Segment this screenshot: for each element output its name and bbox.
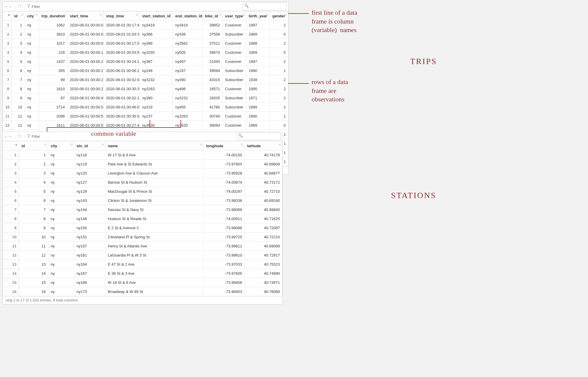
cell-stop-time: 2020-06-01 00:35:53 [103, 112, 140, 121]
cell-city: ny [48, 287, 74, 296]
cell-start-time: 2020-06-01 00:00:25 [67, 75, 103, 84]
col-id[interactable]: id◇ [12, 11, 25, 21]
cell-city: ny [48, 187, 74, 196]
cell-id: 5 [19, 187, 48, 196]
cell-longitude: -73.99810 [203, 251, 245, 260]
cell-id: 9 [19, 223, 48, 232]
popout-icon[interactable]: ❐ [18, 134, 21, 139]
cell-longitude: -74.00911 [203, 214, 245, 223]
cell-birth-year: 1990 [246, 112, 270, 121]
col-bike-id[interactable]: bike_id◇ [202, 11, 222, 21]
cell-name: E 47 St & 2 Ave [105, 260, 203, 269]
table-row[interactable]: 1212nyny161LaGuardia Pl & W 3 St-73.9981… [3, 251, 283, 260]
col-stn-id[interactable]: stn_id◇ [74, 141, 105, 150]
table-row[interactable]: 1111nyny157Henry St & Atlantic Ave-73.99… [3, 242, 283, 251]
col-name[interactable]: name◇ [105, 141, 203, 150]
cell-city: ny [48, 242, 74, 251]
table-row[interactable]: 33nyny120Lexington Ave & Classon Ave-73.… [3, 169, 283, 178]
cell-user-type: Subscriber [223, 66, 246, 75]
search-input[interactable] [237, 133, 281, 140]
table-row[interactable]: 11nyny116W 17 St & 8 Ave-74.0015040.7417… [3, 150, 283, 160]
cell-start-station-id: ny3263 [140, 84, 173, 93]
cell-city: ny [48, 169, 74, 178]
table-row[interactable]: 66nyny143Clinton St & Joralemon St-73.99… [3, 196, 283, 205]
table-row[interactable]: 77nyny144Nassau St & Navy St-73.9806940.… [3, 205, 283, 214]
cell-latitude: 40.75323 [245, 260, 283, 269]
cell-longitude: -73.98086 [203, 223, 245, 232]
cell-city: ny [25, 57, 39, 66]
search-input[interactable] [243, 3, 287, 10]
col-city[interactable]: city◇ [25, 11, 39, 21]
cell-stop-time: 2020-06-01 01:03:33 [103, 30, 140, 39]
cell-start-time: 2020-06-01 00:00:03 [67, 30, 103, 39]
col-start-time[interactable]: start_time◇ [67, 11, 103, 21]
forward-icon[interactable]: ⇨ [9, 4, 12, 9]
col-end-station-id[interactable]: end_station_id◇ [173, 11, 203, 21]
table-row[interactable]: 22nyny119Park Ave & St Edwards St-73.978… [3, 160, 283, 169]
annotation-trips-label: TRIPS [410, 56, 437, 67]
row-number-header[interactable]: ▲ [3, 11, 12, 21]
table-row[interactable]: 66ny3552020-06-01 00:00:222020-06-01 00:… [3, 66, 288, 75]
row-number-header[interactable]: ▲ [3, 141, 19, 150]
table-row[interactable]: 99nyny150E 2 St & Avenue C-73.9808640.72… [3, 223, 283, 232]
cell-name: Broadway & W 49 St [105, 287, 203, 296]
forward-icon[interactable]: ⇨ [9, 134, 12, 139]
table-row[interactable]: 55ny14372020-06-01 00:00:212020-06-01 00… [3, 57, 288, 66]
cell-city: ny [48, 150, 74, 160]
col-latitude[interactable]: latitude◇ [245, 141, 283, 150]
table-row[interactable]: 88ny18102020-06-01 00:00:272020-06-01 00… [3, 84, 288, 93]
cell-longitude: -74.00297 [203, 187, 245, 196]
table-row[interactable]: 1313nyny164E 47 St & 2 Ave-73.9703340.75… [3, 260, 283, 269]
cell-user-type: Customer [223, 112, 246, 121]
filter-button[interactable]: Filter [27, 4, 40, 9]
cell-user-type: Customer [223, 21, 246, 30]
table-row[interactable]: 1111ny20962020-06-01 00:00:562020-06-01 … [3, 112, 288, 121]
table-row[interactable]: 1616nyny173Broadway & W 49 St-73.9845340… [3, 287, 283, 296]
table-row[interactable]: 1010ny27142020-06-01 00:00:502020-06-01 … [3, 103, 288, 112]
row-number: 5 [3, 187, 19, 196]
table-row[interactable]: 1414nyny167E 39 St & 3 Ave-73.9760540.74… [3, 269, 283, 278]
cell-id: 14 [19, 269, 48, 278]
table-row[interactable]: 44nyny127Barrow St & Hudson St-74.006744… [3, 178, 283, 187]
back-icon[interactable]: ⇦ [4, 134, 8, 139]
col-birth-year[interactable]: birth_year◇ [246, 11, 270, 21]
table-row[interactable]: 33ny10172020-06-01 00:00:092020-06-01 00… [3, 39, 288, 48]
table-row[interactable]: 1010nyny151Cleveland Pl & Spring St-73.9… [3, 232, 283, 242]
cell-city: ny [25, 48, 39, 57]
cell-birth-year: 1997 [246, 21, 270, 30]
table-row[interactable]: 99ny872020-06-01 00:00:482020-06-01 00:0… [3, 93, 288, 103]
col-city[interactable]: city◇ [48, 141, 74, 150]
cell-start-station-id: ny389 [140, 39, 173, 48]
cell-bike-id: 39594 [202, 66, 222, 75]
cell-name: Cleveland Pl & Spring St [105, 232, 203, 242]
separator: | [24, 134, 24, 139]
table-row[interactable]: 77ny992020-06-01 00:00:252020-06-01 00:0… [3, 75, 288, 84]
table-row[interactable]: 88nyny146Hudson St & Reade St-74.0091140… [3, 214, 283, 223]
annotation-rows-note: rows of a data frame are observations [312, 78, 348, 104]
table-row[interactable]: 22ny38102020-06-01 00:00:032020-06-01 01… [3, 30, 288, 39]
cell-city: ny [48, 269, 74, 278]
col-longitude[interactable]: longitude◇ [203, 141, 245, 150]
col-user-type[interactable]: user_type◇ [223, 11, 246, 21]
cell-trip-duration: 1810 [39, 84, 67, 93]
col-id[interactable]: id◇ [19, 141, 48, 150]
back-icon[interactable]: ⇦ [4, 4, 8, 9]
cell-start-station-id: ny319 [140, 103, 173, 112]
cell-stop-time: 2020-06-01 00:02:05 [103, 75, 140, 84]
cell-end-station-id: ny247 [173, 66, 203, 75]
filter-button[interactable]: Filter [27, 134, 40, 139]
col-trip-duration[interactable]: trip_duration◇ [39, 11, 67, 21]
row-number: 4 [3, 178, 19, 187]
table-row[interactable]: 11ny10622020-06-01 00:00:032020-06-01 00… [3, 21, 288, 30]
row-number: 7 [3, 75, 12, 84]
table-row[interactable]: 1515nyny168W 18 St & 6 Ave-73.9945640.73… [3, 278, 283, 287]
col-gender[interactable]: gender◇ [270, 11, 288, 21]
cell-start-station-id: ny390 [140, 93, 173, 103]
cell-stn-id: ny116 [74, 150, 105, 160]
cell-city: ny [25, 112, 39, 121]
col-start-station-id[interactable]: start_station_id◇ [140, 11, 173, 21]
popout-icon[interactable]: ❐ [18, 4, 21, 9]
table-row[interactable]: 55nyny128MacDougal St & Prince St-74.002… [3, 187, 283, 196]
table-row[interactable]: 44ny2262020-06-01 00:00:122020-06-01 00:… [3, 48, 288, 57]
col-stop-time[interactable]: stop_time◇ [103, 11, 140, 21]
